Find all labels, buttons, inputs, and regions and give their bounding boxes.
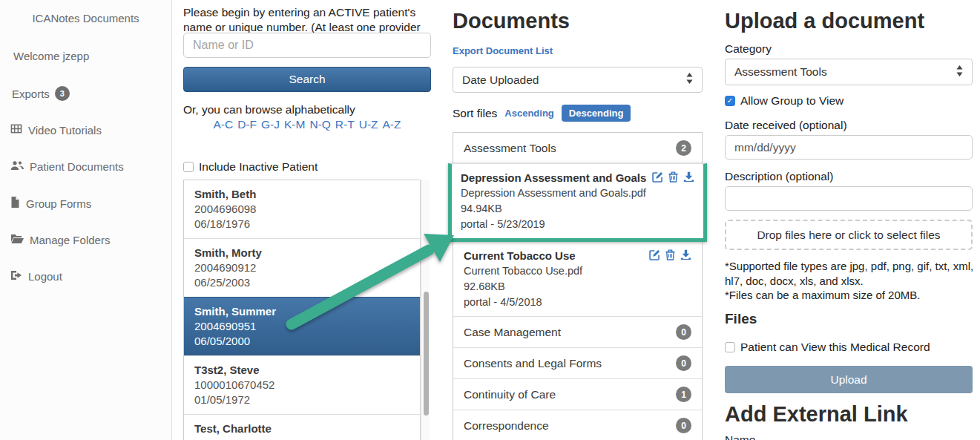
patient-list-item[interactable]: T3st2, Steve100001067045201/05/1972: [184, 355, 420, 414]
folder-label: Consents and Legal Forms: [464, 357, 602, 370]
external-link-name-label: Name: [725, 433, 755, 440]
sidebar-item-label: Video Tutorials: [28, 124, 102, 137]
documents-title: Documents: [453, 9, 570, 33]
patient-dob: 06/18/1976: [194, 217, 410, 232]
search-button[interactable]: Search: [183, 67, 431, 92]
select-stepper-icon: [686, 73, 693, 87]
patient-list: Smith, Beth200469609806/18/1976Smith, Mo…: [183, 180, 421, 440]
upload-button[interactable]: Upload: [725, 366, 973, 393]
sidebar-item-label: Patient Documents: [30, 160, 124, 173]
folder-count-badge: 0: [676, 324, 691, 340]
patient-id: 2004690912: [194, 260, 410, 275]
supported-types-note: *Supported file types are jpg, pdf, png,…: [725, 259, 976, 288]
folder-label: Correspondence: [464, 419, 549, 433]
patient-id: 2004690951: [194, 319, 410, 334]
sidebar-item-label: Manage Folders: [30, 234, 110, 246]
download-icon[interactable]: [680, 249, 691, 260]
document-actions: [649, 248, 691, 260]
folder-count-badge: 0: [676, 355, 691, 371]
folder-row[interactable]: Continuity of Care1: [453, 378, 702, 410]
patient-id: 1000010670452: [194, 378, 410, 393]
film-icon: [10, 123, 22, 137]
upload-title: Upload a document: [725, 9, 924, 33]
edit-icon[interactable]: [649, 249, 660, 260]
sidebar-item-label: Logout: [28, 270, 62, 283]
search-input[interactable]: [183, 33, 431, 58]
patient-list-scrollbar[interactable]: [421, 180, 430, 440]
category-value: Assessment Tools: [734, 65, 827, 79]
trash-icon[interactable]: [665, 249, 675, 260]
date-received-label: Date received (optional): [725, 119, 847, 132]
highlighted-document-box: Depression Assessment and GoalsDepressio…: [448, 163, 707, 242]
folder-row[interactable]: Consents and Legal Forms0: [453, 347, 702, 378]
sort-ascending-link[interactable]: Ascending: [504, 108, 553, 119]
sidebar-item-exports[interactable]: Exports 3: [12, 86, 70, 101]
patient-name: Smith, Summer: [194, 304, 410, 319]
document-title: Current Tobacco Use: [464, 248, 576, 263]
allow-group-checkbox[interactable]: [725, 96, 735, 106]
folder-open-icon: [10, 234, 24, 246]
upload-notes: *Supported file types are jpg, pdf, png,…: [725, 259, 976, 303]
include-inactive-checkbox[interactable]: [183, 162, 194, 172]
sort-descending-badge[interactable]: Descending: [562, 105, 631, 122]
sidebar-item-group-forms[interactable]: Group Forms: [10, 197, 124, 210]
document-row[interactable]: Depression Assessment and GoalsDepressio…: [452, 164, 703, 238]
folder-row[interactable]: Assessment Tools2: [453, 133, 702, 163]
exports-count-badge: 3: [55, 86, 70, 101]
select-stepper-icon: [956, 65, 963, 79]
allow-group-label: Allow Group to View: [740, 94, 843, 108]
patient-name: Smith, Beth: [194, 187, 410, 202]
sidebar-item-patient-documents[interactable]: Patient Documents: [10, 160, 124, 173]
alpha-link-g-j[interactable]: G-J: [261, 118, 280, 131]
sort-files-row: Sort files Ascending Descending: [453, 105, 631, 122]
document-meta: portal - 5/23/2019: [461, 217, 694, 232]
alpha-link-d-f[interactable]: D-F: [237, 118, 257, 131]
sidebar-item-manage-folders[interactable]: Manage Folders: [10, 234, 124, 246]
category-select[interactable]: Assessment Tools: [725, 59, 973, 85]
description-input[interactable]: [725, 186, 973, 211]
folder-count-badge: 0: [676, 418, 691, 433]
sidebar-nav: Video TutorialsPatient DocumentsGroup Fo…: [10, 123, 124, 283]
max-size-note: *Files can be a maximum size of 20MB.: [725, 288, 976, 303]
sidebar-item-video-tutorials[interactable]: Video Tutorials: [10, 123, 124, 137]
trash-icon[interactable]: [668, 171, 678, 183]
edit-icon[interactable]: [652, 171, 663, 183]
icanotes-documents-app: ICANotes Documents Welcome jzepp Exports…: [0, 0, 980, 440]
download-icon[interactable]: [683, 171, 694, 183]
folder-row[interactable]: Case Management0: [453, 316, 702, 347]
alpha-link-u-z[interactable]: U-Z: [359, 118, 378, 131]
add-external-link-heading: Add External Link: [725, 402, 908, 427]
sort-by-value: Date Uploaded: [462, 73, 539, 87]
scrollbar-thumb[interactable]: [424, 292, 429, 416]
patient-view-checkbox[interactable]: [725, 342, 735, 352]
alpha-link-n-q[interactable]: N-Q: [309, 118, 330, 131]
document-filename: Current Tobacco Use.pdf: [464, 263, 691, 279]
dropzone-label: Drop files here or click to select files: [757, 229, 940, 242]
folder-row[interactable]: Correspondence0: [453, 410, 702, 440]
patient-view-row: Patient can View this Medical Record: [725, 341, 930, 354]
export-document-list-link[interactable]: Export Document List: [453, 45, 553, 56]
file-dropzone[interactable]: Drop files here or click to select files: [725, 220, 973, 250]
alpha-link-k-m[interactable]: K-M: [284, 118, 305, 131]
category-label: Category: [725, 42, 772, 56]
patient-list-item[interactable]: Smith, Morty200469091206/25/2003: [184, 238, 420, 297]
document-size: 92.68KB: [464, 279, 691, 295]
document-row[interactable]: Current Tobacco UseCurrent Tobacco Use.p…: [453, 242, 702, 316]
patient-list-item[interactable]: Smith, Summer200469095106/05/2000: [184, 297, 420, 355]
app-title: ICANotes Documents: [0, 12, 171, 24]
patient-list-item[interactable]: Test, Charlotte: [184, 414, 420, 440]
sort-by-select[interactable]: Date Uploaded: [453, 67, 703, 93]
alpha-link-a-z[interactable]: A-Z: [383, 118, 401, 131]
alpha-link-r-t[interactable]: R-T: [335, 118, 355, 131]
browse-label: Or, you can browse alphabetically: [183, 103, 355, 116]
document-actions: [652, 170, 694, 183]
sidebar-item-logout[interactable]: Logout: [10, 270, 124, 283]
patient-dob: 01/05/1972: [194, 393, 410, 407]
alpha-link-a-c[interactable]: A-C: [214, 118, 234, 131]
document-meta: portal - 4/5/2018: [464, 295, 691, 310]
patient-list-item[interactable]: Smith, Beth200469609806/18/1976: [184, 180, 420, 238]
date-received-input[interactable]: [725, 135, 973, 160]
welcome-text: Welcome jzepp: [13, 50, 89, 62]
sidebar: ICANotes Documents Welcome jzepp Exports…: [0, 0, 172, 440]
description-label: Description (optional): [725, 170, 833, 183]
